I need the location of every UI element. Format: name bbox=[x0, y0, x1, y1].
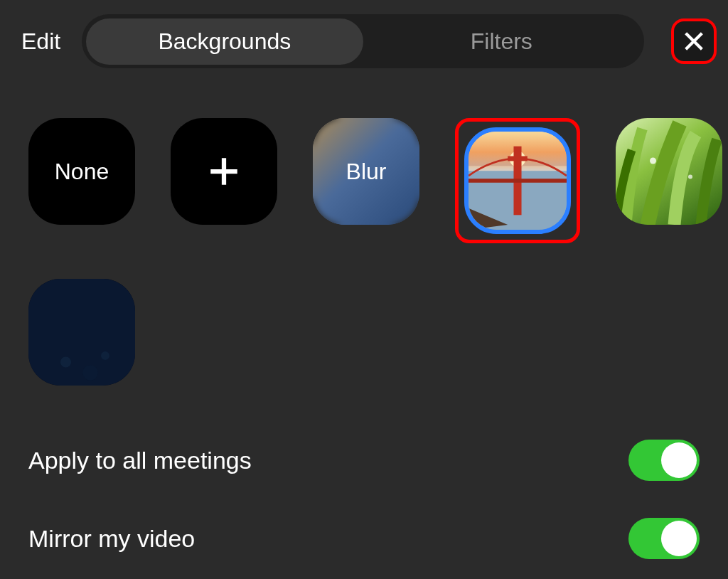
background-tile-blur[interactable]: Blur bbox=[313, 118, 419, 225]
background-tile-grass[interactable] bbox=[616, 118, 722, 225]
toggle-knob bbox=[661, 521, 697, 556]
settings-list: Apply to all meetings Mirror my video bbox=[0, 400, 728, 579]
apply-all-toggle[interactable] bbox=[628, 440, 700, 481]
close-button[interactable] bbox=[671, 18, 717, 64]
tile-label: Blur bbox=[346, 159, 387, 185]
plus-icon bbox=[206, 154, 242, 189]
toggle-knob bbox=[661, 442, 697, 478]
selected-highlight bbox=[455, 118, 580, 243]
tabs-segmented-control: Backgrounds Filters bbox=[82, 14, 644, 68]
header: Edit Backgrounds Filters bbox=[0, 0, 728, 75]
close-icon bbox=[682, 29, 706, 53]
tab-backgrounds[interactable]: Backgrounds bbox=[86, 18, 363, 65]
grass-image bbox=[616, 118, 722, 225]
setting-apply-all: Apply to all meetings bbox=[28, 421, 700, 499]
tab-filters[interactable]: Filters bbox=[363, 18, 640, 65]
edit-button[interactable]: Edit bbox=[21, 28, 60, 55]
svg-point-7 bbox=[688, 175, 692, 179]
svg-rect-4 bbox=[508, 156, 528, 161]
setting-mirror: Mirror my video bbox=[28, 499, 700, 578]
svg-point-16 bbox=[101, 351, 109, 360]
setting-label: Mirror my video bbox=[28, 525, 195, 553]
setting-label: Apply to all meetings bbox=[28, 447, 252, 474]
svg-point-15 bbox=[83, 366, 98, 381]
bridge-image bbox=[469, 132, 567, 230]
mirror-toggle[interactable] bbox=[628, 518, 700, 559]
background-tile-space[interactable] bbox=[28, 279, 135, 386]
svg-point-14 bbox=[60, 357, 71, 368]
background-tile-bridge[interactable] bbox=[464, 127, 571, 234]
background-tile-add[interactable] bbox=[171, 118, 277, 225]
tile-label: None bbox=[55, 159, 109, 185]
space-image bbox=[28, 279, 135, 386]
svg-rect-5 bbox=[469, 179, 567, 183]
background-tile-none[interactable]: None bbox=[28, 118, 135, 225]
svg-point-6 bbox=[650, 158, 656, 164]
backgrounds-grid: None Blur bbox=[0, 75, 728, 400]
